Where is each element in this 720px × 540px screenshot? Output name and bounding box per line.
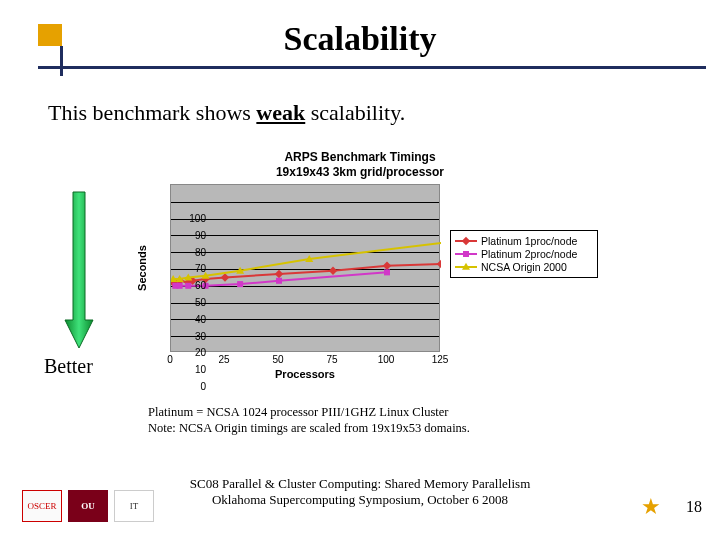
plot-svg — [171, 185, 441, 353]
series-marker — [221, 273, 229, 281]
y-tick-label: 40 — [180, 313, 206, 324]
logo-ou: OU — [68, 490, 108, 522]
legend-label: Platinum 2proc/node — [481, 248, 577, 260]
series-marker — [276, 278, 282, 284]
chart-title-line1: ARPS Benchmark Timings — [130, 150, 590, 165]
x-axis-label: Processors — [170, 368, 440, 380]
y-tick-label: 60 — [180, 280, 206, 291]
series-marker — [383, 261, 391, 269]
x-tick-label: 100 — [378, 354, 395, 365]
better-arrow-icon — [64, 190, 94, 350]
legend-swatch — [455, 262, 477, 272]
plot-wrap: Seconds Processors 010203040506070809010… — [170, 184, 440, 352]
legend-label: Platinum 1proc/node — [481, 235, 577, 247]
footer: OSCER OU IT SC08 Parallel & Cluster Comp… — [0, 466, 720, 526]
platinum-note: Platinum = NCSA 1024 processor PIII/1GHZ… — [148, 405, 470, 436]
plot-area — [170, 184, 440, 352]
slide: Scalability This benchmark shows weak sc… — [0, 0, 720, 540]
logos-left: OSCER OU IT — [22, 490, 154, 522]
series-marker — [437, 260, 441, 268]
platinum-note-line2: Note: NCSA Origin timings are scaled fro… — [148, 421, 470, 437]
y-tick-label: 100 — [180, 213, 206, 224]
title-accent-hline — [38, 66, 706, 69]
body-emphasis: weak — [256, 100, 305, 125]
y-tick-label: 10 — [180, 364, 206, 375]
platinum-note-line1: Platinum = NCSA 1024 processor PIII/1GHZ… — [148, 405, 470, 421]
x-tick-label: 75 — [326, 354, 337, 365]
body-text: This benchmark shows weak scalability. — [48, 100, 405, 126]
x-tick-label: 25 — [218, 354, 229, 365]
series-marker — [275, 270, 283, 278]
legend-swatch — [455, 249, 477, 259]
y-tick-label: 30 — [180, 330, 206, 341]
legend-row: Platinum 2proc/node — [455, 248, 593, 260]
y-tick-label: 80 — [180, 246, 206, 257]
star-icon: ★ — [634, 492, 668, 522]
chart: ARPS Benchmark Timings 19x19x43 3km grid… — [130, 150, 590, 385]
body-suffix: scalability. — [305, 100, 405, 125]
logo-oscer: OSCER — [22, 490, 62, 522]
y-tick-label: 70 — [180, 263, 206, 274]
chart-title: ARPS Benchmark Timings 19x19x43 3km grid… — [130, 150, 590, 180]
slide-number: 18 — [686, 498, 702, 516]
series-marker — [329, 266, 337, 274]
y-tick-label: 50 — [180, 297, 206, 308]
series-line — [173, 264, 441, 282]
logo-it: IT — [114, 490, 154, 522]
x-tick-label: 50 — [272, 354, 283, 365]
y-axis-label: Seconds — [136, 245, 148, 291]
better-label: Better — [44, 355, 93, 378]
page-title: Scalability — [0, 20, 720, 58]
legend: Platinum 1proc/nodePlatinum 2proc/nodeNC… — [450, 230, 598, 278]
y-tick-label: 90 — [180, 229, 206, 240]
y-tick-label: 20 — [180, 347, 206, 358]
legend-swatch — [455, 236, 477, 246]
legend-label: NCSA Origin 2000 — [481, 261, 567, 273]
series-marker — [384, 269, 390, 275]
x-tick-label: 0 — [167, 354, 173, 365]
x-tick-label: 125 — [432, 354, 449, 365]
legend-row: Platinum 1proc/node — [455, 235, 593, 247]
body-prefix: This benchmark shows — [48, 100, 256, 125]
legend-row: NCSA Origin 2000 — [455, 261, 593, 273]
series-marker — [237, 281, 243, 287]
chart-title-line2: 19x19x43 3km grid/processor — [130, 165, 590, 180]
y-tick-label: 0 — [180, 381, 206, 392]
